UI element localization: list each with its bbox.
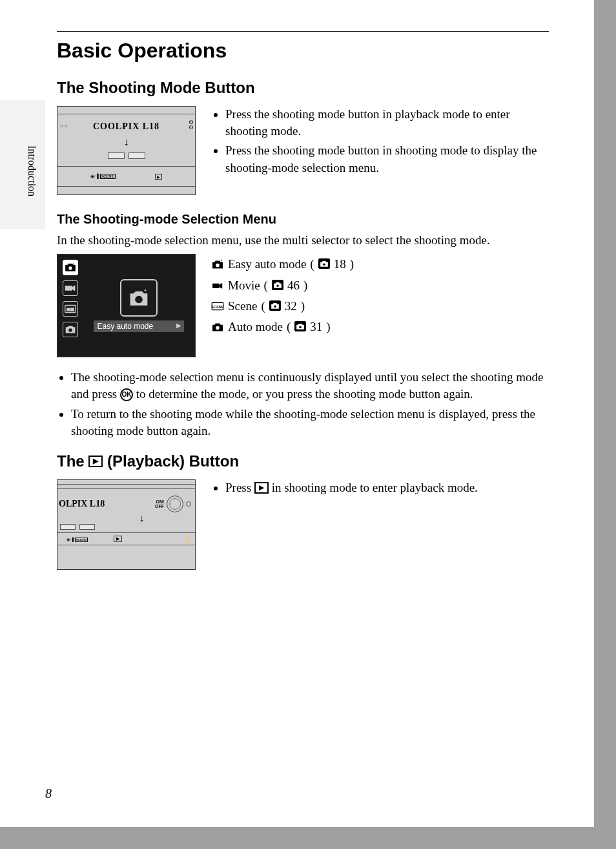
page-number: 8 — [45, 786, 52, 801]
subsection-heading: The Shooting-mode Selection Menu — [57, 212, 549, 227]
mode-row-scene: SCENE Scene ( 32) — [211, 296, 354, 317]
page-ref-number: 18 — [334, 254, 346, 275]
content-area: The Shooting Mode Button ○○ COOLPIX L18 … — [57, 72, 549, 570]
playback-small-icon: ▶ — [155, 174, 162, 180]
mode-label: Movie — [228, 275, 260, 296]
section-heading-playback: The ▶ (Playback) Button — [57, 452, 549, 470]
svg-point-5 — [135, 296, 143, 304]
playback-button-icon: ▶ — [88, 456, 103, 467]
camera-brand-text: COOLPIX L18 — [93, 121, 159, 131]
section-heading-shooting-mode: The Shooting Mode Button — [57, 79, 549, 97]
mode-row-auto: Auto mode ( 31) — [211, 317, 354, 337]
bullet-item: Press the shooting mode button in playba… — [225, 106, 549, 140]
subsection-intro: In the shooting-mode selection menu, use… — [57, 232, 549, 249]
indicator-led-icon — [186, 501, 191, 507]
mode-label: Scene — [228, 296, 257, 317]
power-dial-icon — [167, 496, 183, 512]
svg-rect-8 — [212, 283, 219, 288]
side-tab-label: Introduction — [26, 145, 37, 196]
page-ref-icon — [272, 280, 283, 290]
page-ref-icon — [318, 258, 330, 269]
playback-button-icon: ▶ — [254, 482, 269, 494]
mode-label: Auto mode — [228, 317, 283, 337]
mode-label: Easy auto mode — [228, 254, 306, 275]
svg-rect-1 — [65, 286, 72, 291]
svg-text:SCN: SCN — [67, 308, 74, 311]
down-arrow-icon: ↓ — [57, 139, 195, 145]
sidebar-movie-icon — [63, 280, 78, 296]
svg-point-14 — [300, 326, 302, 329]
mode-row-easy-auto: Easy auto mode ( 18) — [211, 254, 354, 275]
bullet-item: The shooting-mode selection menu is cont… — [71, 369, 549, 403]
mode-icons-label: ◉/▐/SCENE — [67, 537, 88, 541]
mode-row-movie: Movie ( 46) — [211, 275, 354, 296]
bullet-item: Press the shooting mode button in shooti… — [225, 142, 549, 176]
subsection-post-bullets: The shooting-mode selection menu is cont… — [57, 369, 549, 439]
sidebar-scene-icon: SCN — [63, 301, 78, 317]
sidebar-easy-auto-icon — [63, 260, 78, 275]
manual-page: Basic Operations Introduction The Shooti… — [0, 0, 594, 827]
page-ref-icon — [294, 321, 306, 331]
down-arrow-icon: ↓ — [88, 515, 195, 521]
auto-mode-icon — [211, 322, 224, 332]
svg-point-9 — [276, 284, 279, 287]
illustration-camera-top: ○○ COOLPIX L18 OO ↓ ◉/▐/SCENE ▶ — [57, 106, 196, 195]
chapter-title: Basic Operations — [57, 39, 227, 63]
bullet-item: To return to the shooting mode while the… — [71, 406, 549, 439]
sidebar-auto-icon — [63, 322, 78, 337]
flash-small-icon: ⚡ — [183, 536, 190, 542]
page-ref-number: 32 — [285, 296, 297, 317]
section2-row: OLPIX L18 ON/OFF ↓ ◉/▐/SCENE ▶ — [57, 479, 549, 570]
camera-brand-text-partial: OLPIX L18 — [59, 499, 105, 509]
svg-point-7 — [323, 264, 325, 266]
mode-list: Easy auto mode ( 18) Movie ( 46) SCENE S… — [211, 254, 354, 337]
section1-bullets: Press the shooting mode button in playba… — [211, 106, 549, 179]
illustration-screen-menu: SCN Easy auto mode — [57, 254, 196, 357]
subsection-row: SCN Easy auto mode Easy auto mode — [57, 254, 549, 357]
page-ref-number: 46 — [287, 275, 300, 296]
playback-small-icon: ▶ — [114, 536, 122, 542]
side-tab-background — [0, 100, 45, 229]
oi-label: OO — [189, 120, 194, 131]
svg-point-4 — [68, 328, 72, 332]
mode-icons-label: ◉/▐/SCENE — [90, 174, 116, 179]
movie-mode-icon — [211, 280, 224, 291]
on-off-label: ON/OFF — [155, 499, 164, 508]
easy-auto-mode-icon — [211, 259, 224, 269]
page-ref-number: 31 — [310, 317, 322, 337]
svg-point-13 — [216, 326, 220, 330]
top-rule — [57, 31, 549, 32]
page-ref-icon — [269, 300, 281, 311]
svg-point-12 — [274, 305, 276, 308]
ok-button-icon: OK — [120, 388, 133, 401]
svg-point-6 — [216, 264, 220, 267]
svg-point-0 — [68, 266, 72, 270]
svg-text:SCENE: SCENE — [211, 305, 224, 309]
bullet-item: Press ▶ in shooting mode to enter playba… — [225, 479, 478, 496]
scene-mode-icon: SCENE — [211, 301, 224, 311]
section2-bullets: Press ▶ in shooting mode to enter playba… — [211, 479, 478, 499]
selected-mode-big-icon — [120, 279, 158, 317]
selected-mode-label: Easy auto mode — [94, 320, 184, 332]
section1-row: ○○ COOLPIX L18 OO ↓ ◉/▐/SCENE ▶ Press th… — [57, 106, 549, 195]
illustration-camera-back: OLPIX L18 ON/OFF ↓ ◉/▐/SCENE ▶ — [57, 479, 196, 570]
